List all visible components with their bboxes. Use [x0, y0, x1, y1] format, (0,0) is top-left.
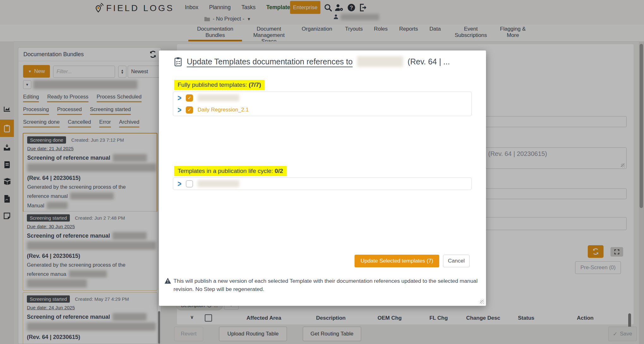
- update-templates-modal: Update Templates documentation reference…: [159, 50, 486, 306]
- template-checkbox-checked[interactable]: ✓: [186, 106, 193, 114]
- template-row[interactable]: > ✓ Daily Regression_2.1: [173, 104, 471, 116]
- template-name[interactable]: Daily Regression_2.1: [197, 107, 249, 113]
- template-name-redacted: [197, 94, 239, 101]
- modal-resize-handle[interactable]: [480, 300, 484, 304]
- warning-triangle-icon: [165, 277, 171, 294]
- clipboard-check-icon: [174, 57, 182, 67]
- modal-title-redacted: [357, 56, 403, 67]
- app-window: FIELD LOGS Inbox Planning Tasks Template…: [0, 0, 644, 344]
- modal-title: Update Templates documentation reference…: [187, 57, 353, 66]
- warning-text: This will publish a new version of each …: [173, 277, 478, 294]
- template-row[interactable]: > ✓: [173, 92, 471, 104]
- publication-lifecycle-label: Templates in a publication life cycle: 0…: [174, 166, 287, 176]
- expand-chevron-icon[interactable]: >: [178, 105, 181, 115]
- publication-lifecycle-count: 0/2: [275, 168, 283, 174]
- expand-chevron-icon[interactable]: >: [178, 93, 181, 103]
- expand-chevron-icon[interactable]: >: [178, 179, 181, 188]
- modal-title-row: Update Templates documentation reference…: [174, 56, 450, 67]
- template-checkbox-checked[interactable]: ✓: [186, 94, 193, 102]
- fully-published-label: Fully published templates: (7/7): [174, 80, 264, 90]
- cancel-button[interactable]: Cancel: [443, 255, 470, 267]
- lifecycle-templates-list: >: [173, 177, 472, 190]
- published-templates-list: > ✓ > ✓ Daily Regression_2.1: [173, 92, 472, 116]
- template-row[interactable]: >: [173, 178, 471, 190]
- template-name-redacted: [197, 180, 239, 187]
- update-selected-templates-button[interactable]: Update Selected templates (7): [355, 255, 439, 267]
- modal-title-suffix: (Rev. 64 | ...: [408, 57, 450, 66]
- modal-warning: This will publish a new version of each …: [165, 277, 478, 294]
- template-checkbox-unchecked[interactable]: [186, 180, 193, 187]
- fully-published-count: (7/7): [249, 81, 261, 88]
